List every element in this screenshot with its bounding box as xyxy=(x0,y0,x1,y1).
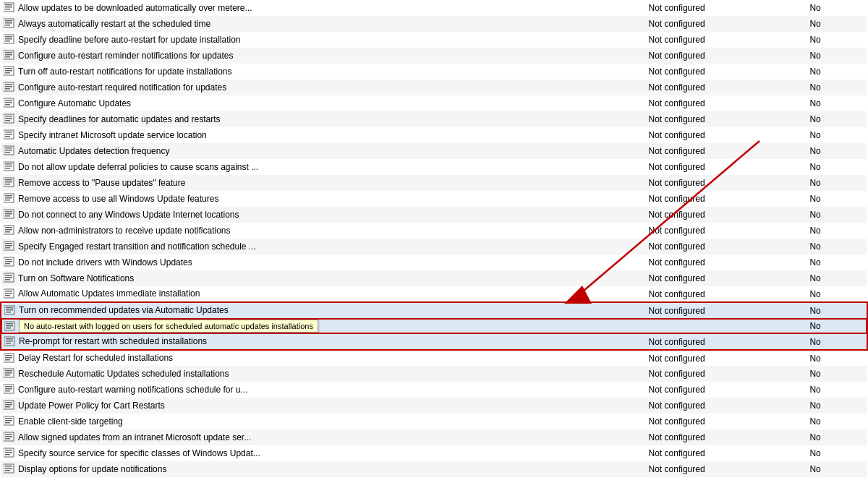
policy-icon xyxy=(4,50,15,60)
svg-rect-22 xyxy=(5,86,12,87)
svg-rect-106 xyxy=(5,420,12,421)
policy-state: Not configured xyxy=(646,382,807,398)
policy-comment: No xyxy=(807,111,867,127)
policy-name: Always automatically restart at the sche… xyxy=(1,16,646,32)
table-row[interactable]: Allow Automatic Updates immediate instal… xyxy=(1,286,867,302)
policy-name: Re-prompt for restart with scheduled ins… xyxy=(1,334,646,350)
table-row[interactable]: Specify source service for specific clas… xyxy=(1,445,867,461)
policy-name-text: Do not allow update deferral policies to… xyxy=(18,162,258,172)
policy-icon xyxy=(4,193,15,203)
svg-rect-45 xyxy=(5,179,12,181)
table-row[interactable]: No auto-restart with logged on users for… xyxy=(1,318,867,334)
policy-state: Not configured xyxy=(646,270,807,286)
svg-rect-86 xyxy=(6,341,13,342)
table-row[interactable]: Configure auto-restart reminder notifica… xyxy=(1,48,867,64)
policy-name-text: Specify deadline before auto-restart for… xyxy=(18,35,241,45)
table-row[interactable]: Specify deadlines for automatic updates … xyxy=(1,111,867,127)
policy-icon xyxy=(4,400,15,410)
policy-name-text: Delay Restart for scheduled installation… xyxy=(18,353,173,363)
policy-name-text: Turn off auto-restart notifications for … xyxy=(18,67,232,77)
table-row[interactable]: Remove access to use all Windows Update … xyxy=(1,191,867,207)
policy-comment: No xyxy=(807,302,867,318)
table-row[interactable]: Specify deadline before auto-restart for… xyxy=(1,32,867,48)
policy-name: Do not allow update deferral policies to… xyxy=(1,159,646,175)
policy-name-text: Specify source service for specific clas… xyxy=(18,448,260,458)
table-row[interactable]: Re-prompt for restart with scheduled ins… xyxy=(1,334,867,350)
policy-name: Specify deadline before auto-restart for… xyxy=(1,32,646,48)
policy-name-text: Allow non-administrators to receive upda… xyxy=(18,226,230,236)
policy-state: Not configured xyxy=(646,64,807,80)
svg-rect-11 xyxy=(5,40,10,42)
svg-rect-29 xyxy=(5,116,12,117)
svg-rect-41 xyxy=(5,163,12,165)
policy-comment: No xyxy=(807,461,867,477)
svg-rect-95 xyxy=(5,374,10,376)
policy-state: Not configured xyxy=(646,334,807,350)
svg-rect-37 xyxy=(5,147,12,149)
svg-rect-66 xyxy=(5,261,12,262)
policy-name: Configure auto-restart warning notificat… xyxy=(1,382,646,398)
policy-state: Not configured xyxy=(646,159,807,175)
table-row[interactable]: Configure Automatic UpdatesNot configure… xyxy=(1,95,867,111)
table-row[interactable]: Do not connect to any Windows Update Int… xyxy=(1,207,867,223)
svg-rect-119 xyxy=(5,470,10,471)
svg-rect-53 xyxy=(5,211,12,213)
svg-rect-23 xyxy=(5,88,10,90)
policy-comment: No xyxy=(807,414,867,429)
svg-rect-59 xyxy=(5,231,10,233)
svg-rect-7 xyxy=(5,25,10,26)
policy-state: Not configured xyxy=(646,429,807,445)
svg-rect-58 xyxy=(5,229,12,231)
table-row[interactable]: Specify Engaged restart transition and n… xyxy=(1,239,867,254)
table-row[interactable]: Automatic Updates detection frequencyNot… xyxy=(1,143,867,159)
table-row[interactable]: Always automatically restart at the sche… xyxy=(1,16,867,32)
policy-state: Not configured xyxy=(646,239,807,254)
table-row[interactable]: Specify intranet Microsoft update servic… xyxy=(1,127,867,143)
table-row[interactable]: Enable client-side targetingNot configur… xyxy=(1,414,867,429)
policy-comment: No xyxy=(807,0,867,16)
svg-rect-73 xyxy=(5,291,12,292)
table-row[interactable]: Turn on Software NotificationsNot config… xyxy=(1,270,867,286)
svg-rect-97 xyxy=(5,386,12,388)
policy-icon xyxy=(4,209,15,219)
policy-name-text: Turn on Software Notifications xyxy=(18,273,134,283)
table-row[interactable]: Update Power Policy for Cart RestartsNot… xyxy=(1,398,867,414)
policy-comment: No xyxy=(807,382,867,398)
table-row[interactable]: Display options for update notifications… xyxy=(1,461,867,477)
policy-comment: No xyxy=(807,48,867,64)
table-row[interactable]: Reschedule Automatic Updates scheduled i… xyxy=(1,366,867,382)
table-row[interactable]: Allow updates to be downloaded automatic… xyxy=(1,0,867,16)
policy-name: Specify Engaged restart transition and n… xyxy=(1,239,646,254)
svg-rect-19 xyxy=(5,72,10,74)
svg-rect-5 xyxy=(5,20,12,22)
table-row[interactable]: Configure auto-restart required notifica… xyxy=(1,80,867,95)
svg-rect-77 xyxy=(6,307,13,309)
table-row[interactable]: Configure auto-restart warning notificat… xyxy=(1,382,867,398)
policy-icon xyxy=(4,463,15,474)
svg-rect-114 xyxy=(5,452,12,453)
table-row[interactable]: Allow non-administrators to receive upda… xyxy=(1,223,867,239)
svg-rect-35 xyxy=(5,136,10,137)
svg-rect-105 xyxy=(5,418,12,419)
policy-name-text: Configure auto-restart reminder notifica… xyxy=(18,51,234,61)
policy-name-text: Remove access to use all Windows Update … xyxy=(18,194,218,204)
svg-rect-13 xyxy=(5,52,12,53)
svg-rect-54 xyxy=(5,213,12,215)
policy-icon xyxy=(4,177,15,187)
policy-name: Turn on recommended updates via Automati… xyxy=(1,302,646,318)
policy-name: Configure auto-restart reminder notifica… xyxy=(1,48,646,64)
svg-rect-3 xyxy=(5,9,10,10)
svg-rect-2 xyxy=(5,7,12,8)
table-row[interactable]: Do not allow update deferral policies to… xyxy=(1,159,867,175)
table-row[interactable]: Turn on recommended updates via Automati… xyxy=(1,302,867,318)
policy-state: Not configured xyxy=(646,254,807,270)
policy-name-text: Allow updates to be downloaded automatic… xyxy=(18,3,252,13)
svg-rect-75 xyxy=(5,295,10,296)
table-row[interactable]: Turn off auto-restart notifications for … xyxy=(1,64,867,80)
policy-state: Not configured xyxy=(646,398,807,414)
table-row[interactable]: Delay Restart for scheduled installation… xyxy=(1,350,867,366)
svg-rect-69 xyxy=(5,275,12,276)
table-row[interactable]: Do not include drivers with Windows Upda… xyxy=(1,254,867,270)
table-row[interactable]: Allow signed updates from an intranet Mi… xyxy=(1,429,867,445)
table-row[interactable]: Remove access to "Pause updates" feature… xyxy=(1,175,867,191)
